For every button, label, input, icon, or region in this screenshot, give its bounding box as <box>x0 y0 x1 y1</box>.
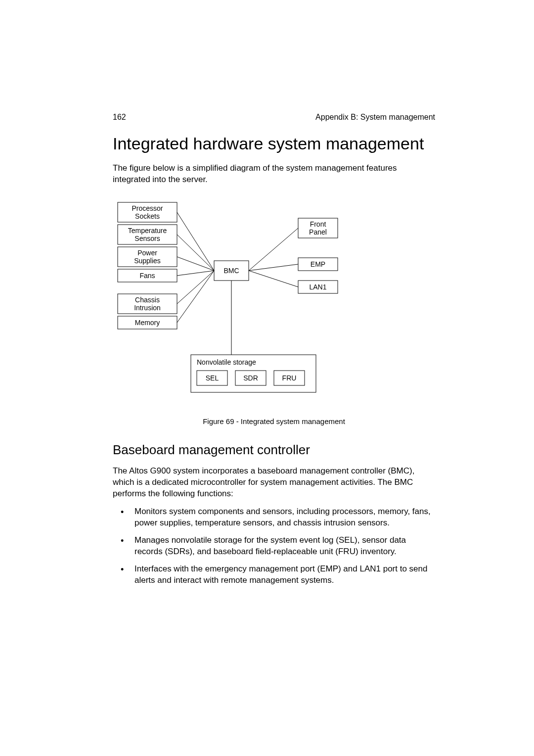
box-lan1: LAN1 <box>309 283 326 291</box>
svg-line-16 <box>249 228 298 271</box>
box-sel: SEL <box>206 374 219 382</box>
box-power-2: Supplies <box>134 257 161 265</box>
svg-line-14 <box>177 271 214 304</box>
box-front-1: Front <box>310 220 326 228</box>
svg-line-13 <box>177 271 214 276</box>
bullet-list: Monitors system components and sensors, … <box>113 506 435 586</box>
list-item: Interfaces with the emergency management… <box>128 564 435 586</box>
figure-caption: Figure 69 - Integrated system management <box>113 417 435 425</box>
svg-line-12 <box>177 257 214 271</box>
header-section: Appendix B: System management <box>315 113 435 122</box>
svg-line-15 <box>177 271 214 323</box>
svg-line-18 <box>249 271 298 287</box>
list-item: Manages nonvolatile storage for the syst… <box>128 535 435 558</box>
box-fru: FRU <box>282 374 297 382</box>
box-processor-1: Processor <box>132 204 163 212</box>
page-title: Integrated hardware system management <box>113 134 435 154</box>
intro-paragraph: The figure below is a simplified diagram… <box>113 163 435 186</box>
box-temp-2: Sensors <box>134 235 160 242</box>
box-sdr: SDR <box>243 374 258 382</box>
box-emp: EMP <box>311 260 325 268</box>
box-memory: Memory <box>135 319 160 327</box>
box-power-1: Power <box>137 249 157 257</box>
diagram-left-boxes: Processor Sockets Temperature Sensors Po… <box>118 202 177 329</box>
header-line: 162 Appendix B: System management <box>113 113 435 122</box>
box-temp-1: Temperature <box>128 227 167 235</box>
subheading: Baseboard management controller <box>113 442 435 458</box>
diagram: Processor Sockets Temperature Sensors Po… <box>113 197 350 402</box>
box-fans: Fans <box>139 272 155 280</box>
box-bmc: BMC <box>223 267 239 275</box>
box-chassis-2: Intrusion <box>134 304 161 312</box>
svg-line-10 <box>177 212 214 271</box>
box-processor-2: Sockets <box>135 212 160 220</box>
box-front-2: Panel <box>309 228 327 236</box>
body-paragraph: The Altos G900 system incorporates a bas… <box>113 466 435 500</box>
list-item: Monitors system components and sensors, … <box>128 506 435 529</box>
box-chassis-1: Chassis <box>135 296 160 304</box>
svg-line-11 <box>177 235 214 271</box>
page: 162 Appendix B: System management Integr… <box>0 0 534 691</box>
storage-label: Nonvolatile storage <box>197 358 256 366</box>
svg-line-17 <box>249 264 298 271</box>
page-number: 162 <box>113 113 126 122</box>
